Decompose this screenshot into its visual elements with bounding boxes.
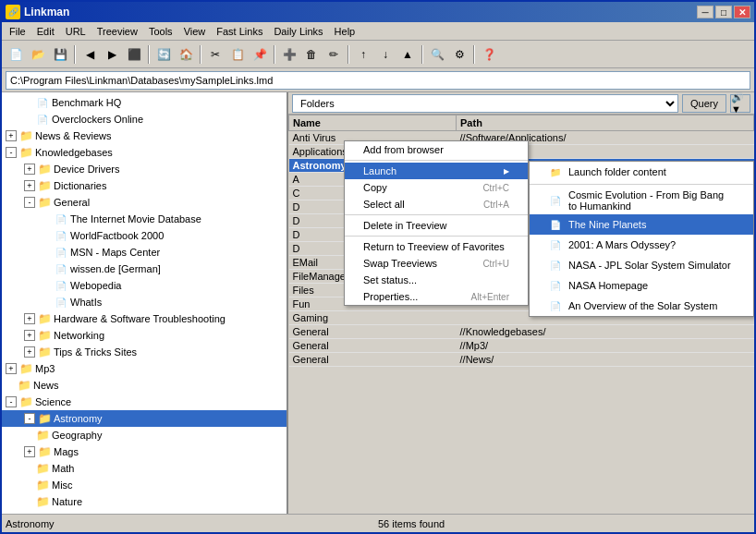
- tree-item[interactable]: 📄wissen.de [German]: [2, 261, 287, 277]
- tree-toggle[interactable]: -: [24, 413, 35, 424]
- tree-item[interactable]: 📄Overclockers Online: [2, 111, 287, 127]
- tree-item[interactable]: +📁Mags: [2, 443, 287, 460]
- tree-toggle[interactable]: +: [6, 130, 17, 141]
- tree-item[interactable]: 📄Webopedia: [2, 277, 287, 294]
- context-menu-item[interactable]: Properties...Alt+Enter: [345, 288, 528, 305]
- submenu-header-item[interactable]: 📁Launch folder content: [530, 162, 753, 182]
- tree-item[interactable]: 📁Misc: [2, 477, 287, 493]
- tree-item[interactable]: 📁Math: [2, 460, 287, 477]
- menu-file[interactable]: File: [4, 24, 31, 39]
- tree-toggle[interactable]: +: [6, 363, 17, 374]
- submenu-item[interactable]: 📄NASA Homepage: [530, 275, 753, 296]
- menu-fast-links[interactable]: Fast Links: [211, 24, 268, 39]
- edit-btn[interactable]: ✏: [323, 44, 344, 65]
- tree-item[interactable]: 📁Nature: [2, 493, 287, 510]
- tree-item[interactable]: +📁Device Drivers: [2, 161, 287, 177]
- submenu-item[interactable]: 📄An Overview of the Solar System: [530, 296, 753, 316]
- minimize-button[interactable]: ─: [697, 6, 713, 18]
- titlebar: 🔗 Linkman ─ □ ✕: [2, 2, 754, 22]
- nav-forward[interactable]: ▶: [102, 44, 122, 65]
- sort-desc[interactable]: ↓: [375, 44, 396, 65]
- tree-item[interactable]: 📁Geography: [2, 427, 287, 443]
- tree-item[interactable]: +📁Mp3: [2, 360, 287, 377]
- submenu-item[interactable]: 📄NASA - JPL Solar System Simulator: [530, 255, 753, 275]
- tree-toggle[interactable]: +: [24, 313, 35, 324]
- refresh-btn[interactable]: 🔄: [153, 44, 174, 65]
- close-button[interactable]: ✕: [734, 6, 750, 18]
- tree-item[interactable]: +📁Tips & Tricks Sites: [2, 344, 287, 360]
- new-button[interactable]: 📄: [6, 44, 26, 65]
- menu-edit[interactable]: Edit: [31, 24, 60, 39]
- tree-item[interactable]: 📄WorldFactbook 2000: [2, 227, 287, 244]
- settings-btn[interactable]: ⚙: [449, 44, 469, 65]
- speaker-button[interactable]: 🔊▼: [730, 94, 750, 113]
- add-btn[interactable]: ➕: [279, 44, 299, 65]
- col-path[interactable]: Path: [457, 115, 754, 131]
- tree-toggle[interactable]: +: [24, 346, 35, 358]
- context-menu-item[interactable]: Swap TreeviewsCtrl+U: [345, 255, 528, 272]
- sort-asc[interactable]: ↑: [353, 44, 373, 65]
- tree-panel[interactable]: 📄Benchmark HQ📄Overclockers Online+📁News …: [2, 92, 288, 514]
- nav-back[interactable]: ◀: [79, 44, 100, 65]
- open-button[interactable]: 📂: [28, 44, 48, 65]
- col-name[interactable]: Name: [289, 115, 457, 131]
- query-button[interactable]: Query: [682, 94, 726, 113]
- tree-toggle[interactable]: -: [6, 396, 17, 407]
- tree-item[interactable]: 📄WhatIs: [2, 294, 287, 310]
- context-item-label: Launch: [363, 165, 396, 176]
- tree-item[interactable]: 📄Benchmark HQ: [2, 94, 287, 111]
- tree-toggle[interactable]: +: [24, 330, 35, 341]
- menu-treeview[interactable]: Treeview: [91, 24, 143, 39]
- paste-btn[interactable]: 📌: [250, 44, 270, 65]
- submenu-item[interactable]: 📄2001: A Mars Odyssey?: [530, 235, 753, 255]
- tree-toggle[interactable]: +: [24, 180, 35, 191]
- context-menu-item[interactable]: Add from browser: [345, 141, 528, 158]
- sep2: [148, 45, 150, 64]
- menu-url[interactable]: URL: [60, 24, 91, 39]
- tree-toggle[interactable]: -: [24, 197, 35, 208]
- tree-item[interactable]: +📁Hardware & Software Troubleshooting: [2, 310, 287, 327]
- submenu-item[interactable]: 📄Cosmic Evolution - From Big Bang to Hum…: [530, 187, 753, 214]
- table-container[interactable]: Name Path Anti Virus//Software/Applicati…: [288, 115, 754, 514]
- menu-daily-links[interactable]: Daily Links: [268, 24, 328, 39]
- tree-toggle[interactable]: +: [24, 446, 35, 457]
- address-input[interactable]: [6, 71, 750, 90]
- help-btn[interactable]: ❓: [479, 44, 499, 65]
- menu-view[interactable]: View: [178, 24, 212, 39]
- tree-item[interactable]: -📁Knowledgebases: [2, 144, 287, 161]
- context-menu-item[interactable]: Return to Treeview of Favorites: [345, 238, 528, 255]
- tree-item[interactable]: 📁News: [2, 377, 287, 394]
- table-row[interactable]: General//Knowledgebases/: [289, 325, 754, 339]
- context-menu-item[interactable]: Set status...: [345, 272, 528, 288]
- delete-btn[interactable]: 🗑: [301, 44, 322, 65]
- nav-stop[interactable]: ⬛: [124, 44, 144, 65]
- tree-item[interactable]: +📁Dictionaries: [2, 177, 287, 194]
- search-btn[interactable]: 🔍: [427, 44, 447, 65]
- tree-item[interactable]: 📄The Internet Movie Database: [2, 211, 287, 227]
- menu-tools[interactable]: Tools: [143, 24, 178, 39]
- copy-btn[interactable]: 📋: [227, 44, 248, 65]
- menu-help[interactable]: Help: [329, 24, 361, 39]
- context-menu-item[interactable]: Launch▶: [345, 163, 528, 179]
- folders-select[interactable]: Folders: [292, 94, 678, 113]
- context-menu-item[interactable]: Delete in Treeview: [345, 217, 528, 234]
- tree-item[interactable]: 📄MSN - Maps Center: [2, 244, 287, 261]
- tree-toggle[interactable]: +: [24, 164, 35, 175]
- table-row[interactable]: General//News/: [289, 353, 754, 367]
- tree-toggle[interactable]: -: [6, 147, 17, 158]
- table-row[interactable]: General//Mp3/: [289, 339, 754, 353]
- context-menu-item[interactable]: CopyCtrl+C: [345, 179, 528, 196]
- tree-item[interactable]: -📁Astronomy: [2, 410, 287, 427]
- tree-label: Geography: [52, 430, 102, 441]
- filter-btn[interactable]: ▲: [397, 44, 418, 65]
- submenu-item[interactable]: 📄The Nine Planets: [530, 214, 753, 235]
- save-button[interactable]: 💾: [50, 44, 70, 65]
- context-menu-item[interactable]: Select allCtrl+A: [345, 196, 528, 212]
- home-btn[interactable]: 🏠: [176, 44, 196, 65]
- maximize-button[interactable]: □: [715, 6, 732, 18]
- tree-item[interactable]: -📁General: [2, 194, 287, 211]
- tree-item[interactable]: +📁News & Reviews: [2, 127, 287, 144]
- tree-item[interactable]: +📁Networking: [2, 327, 287, 344]
- tree-item[interactable]: -📁Science: [2, 394, 287, 410]
- cut-btn[interactable]: ✂: [205, 44, 226, 65]
